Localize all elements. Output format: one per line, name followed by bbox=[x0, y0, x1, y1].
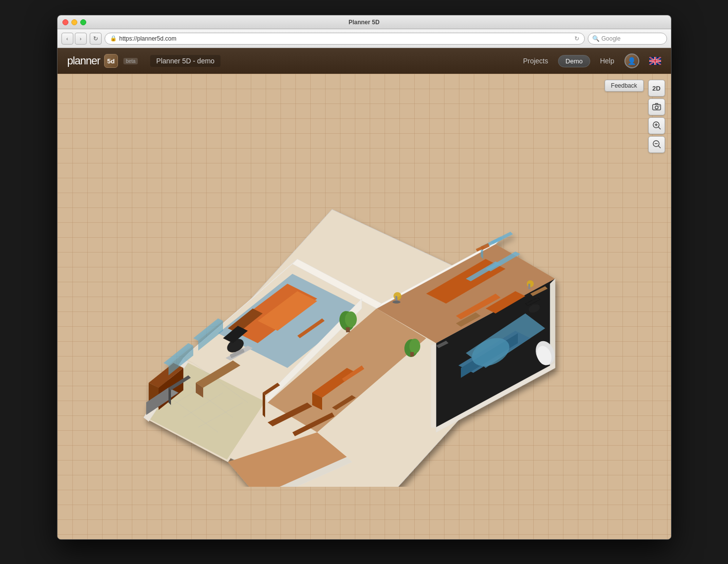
svg-rect-91 bbox=[528, 284, 530, 289]
svg-marker-56 bbox=[168, 388, 171, 405]
zoom-in-button[interactable] bbox=[648, 117, 665, 134]
project-name[interactable]: Planner 5D - demo bbox=[150, 55, 221, 67]
avatar[interactable]: 👤 bbox=[624, 53, 639, 68]
url-text: https://planner5d.com bbox=[119, 35, 176, 42]
help-nav[interactable]: Help bbox=[600, 57, 615, 65]
2d-label: 2D bbox=[652, 85, 661, 92]
app-header: planner 5d beta Planner 5D - demo Projec… bbox=[57, 48, 671, 74]
svg-marker-62 bbox=[263, 393, 265, 417]
svg-marker-78 bbox=[491, 232, 513, 244]
floor-plan-3d[interactable] bbox=[119, 140, 565, 487]
logo-text: planner bbox=[67, 54, 100, 67]
maximize-button[interactable] bbox=[80, 19, 86, 25]
avatar-icon: 👤 bbox=[627, 57, 636, 65]
address-bar[interactable]: 🔒 https://planner5d.com ↻ bbox=[105, 33, 585, 45]
search-placeholder: Google bbox=[602, 35, 621, 42]
header-nav: Projects Demo Help 👤 bbox=[523, 53, 661, 68]
zoom-out-button[interactable] bbox=[648, 136, 665, 153]
svg-point-10 bbox=[655, 106, 658, 109]
traffic-lights bbox=[62, 19, 86, 25]
projects-nav[interactable]: Projects bbox=[523, 57, 548, 65]
screenshot-button[interactable] bbox=[648, 99, 665, 115]
view-2d-button[interactable]: 2D bbox=[648, 80, 665, 97]
tool-panel: 2D bbox=[648, 80, 665, 153]
language-flag[interactable] bbox=[649, 57, 661, 65]
viewport[interactable]: Feedback 2D bbox=[57, 74, 671, 539]
svg-point-87 bbox=[393, 292, 401, 300]
reload-button[interactable]: ↻ bbox=[90, 33, 102, 45]
address-refresh-icon[interactable]: ↻ bbox=[574, 35, 579, 42]
minimize-button[interactable] bbox=[71, 19, 77, 25]
back-button[interactable]: ‹ bbox=[61, 33, 73, 45]
mac-window: Planner 5D ‹ › ↻ 🔒 https://planner5d.com… bbox=[57, 15, 672, 540]
svg-point-11 bbox=[659, 105, 660, 106]
logo-area: planner 5d beta bbox=[67, 54, 138, 68]
svg-point-89 bbox=[392, 301, 400, 304]
forward-button[interactable]: › bbox=[75, 33, 87, 45]
svg-line-13 bbox=[658, 127, 661, 129]
close-button[interactable] bbox=[62, 19, 68, 25]
window-title: Planner 5D bbox=[348, 19, 380, 26]
zoom-in-icon bbox=[652, 121, 661, 131]
feedback-button[interactable]: Feedback bbox=[605, 80, 644, 92]
search-bar[interactable]: 🔍 Google bbox=[588, 33, 667, 45]
svg-point-68 bbox=[345, 311, 357, 327]
svg-rect-69 bbox=[345, 327, 350, 333]
beta-badge: beta bbox=[123, 58, 138, 64]
camera-icon bbox=[652, 103, 661, 112]
browser-toolbar: ‹ › ↻ 🔒 https://planner5d.com ↻ 🔍 Google bbox=[57, 29, 671, 48]
svg-line-17 bbox=[658, 146, 661, 148]
svg-point-71 bbox=[409, 339, 420, 354]
title-bar: Planner 5D bbox=[57, 15, 671, 29]
logo-icon: 5d bbox=[104, 54, 118, 68]
svg-rect-72 bbox=[410, 352, 414, 357]
svg-marker-43 bbox=[431, 343, 436, 427]
demo-button[interactable]: Demo bbox=[558, 55, 590, 67]
svg-rect-8 bbox=[649, 60, 661, 61]
nav-buttons: ‹ › bbox=[61, 33, 87, 45]
zoom-out-icon bbox=[652, 140, 661, 150]
search-icon: 🔍 bbox=[592, 35, 600, 42]
ssl-lock-icon: 🔒 bbox=[110, 35, 117, 42]
